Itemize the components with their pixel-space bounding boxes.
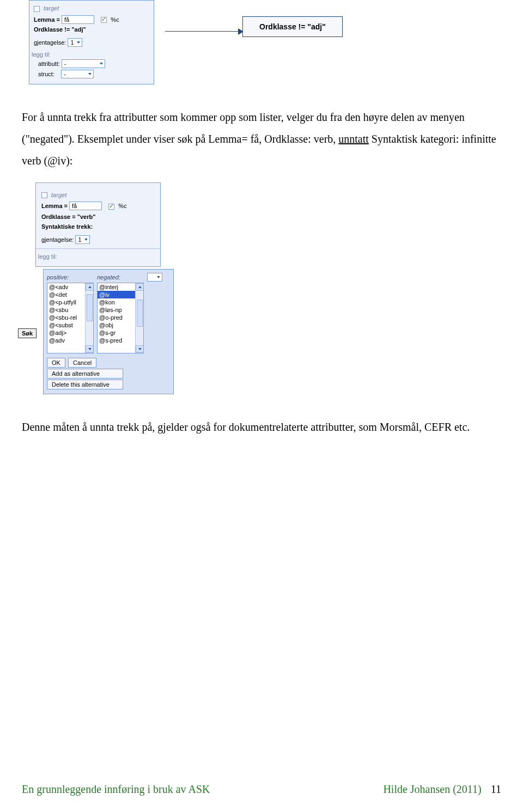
positive-listbox[interactable]: @<adv@<det@<p-utfyll@<sbu@<sbu-rel@<subs…	[47, 283, 94, 353]
scrollbar[interactable]	[85, 283, 93, 353]
target-checkbox-2[interactable]	[41, 192, 47, 198]
target-label-2: target	[51, 192, 66, 198]
add-alternative-button[interactable]: Add as alternative	[47, 369, 123, 378]
legg-til-label-2: legg til:	[38, 253, 155, 260]
struct-select[interactable]: -	[61, 70, 94, 78]
delete-alternative-button[interactable]: Delete this alternative	[47, 380, 123, 389]
scroll-thumb[interactable]	[87, 294, 93, 321]
callout-text: Ordklasse != "adj"	[259, 22, 326, 31]
struct-label: struct:	[38, 71, 54, 77]
extra-select[interactable]	[147, 273, 162, 282]
gjentagelse-select-2[interactable]: 1	[75, 235, 89, 244]
scrollbar[interactable]	[135, 283, 143, 353]
scroll-thumb[interactable]	[137, 300, 143, 327]
scroll-up-icon[interactable]	[86, 283, 94, 291]
lemma-input-2[interactable]: få	[69, 202, 102, 210]
lemma-label-2: Lemma =	[41, 203, 68, 209]
query-panel-1: target Lemma = få %c Ordklasse != "adj" …	[29, 0, 154, 84]
cancel-button[interactable]: Cancel	[68, 358, 96, 368]
scroll-down-icon[interactable]	[86, 345, 94, 353]
legg-til-label: legg til:	[32, 51, 149, 58]
scroll-up-icon[interactable]	[136, 283, 144, 291]
page-number: 11	[491, 783, 501, 795]
negated-listbox[interactable]: @interj@iv@kon@løs-np@o-pred@obj@s-gr@s-…	[97, 283, 144, 353]
paragraph-1: For å unnta trekk fra attributter som ko…	[22, 106, 501, 172]
callout-line	[165, 31, 242, 32]
attributt-label: attributt:	[38, 60, 60, 67]
pc-label: %c	[111, 16, 119, 23]
screenshot-1: target Lemma = få %c Ordklasse != "adj" …	[25, 0, 501, 84]
footer-title: En grunnleggende innføring i bruk av ASK	[22, 783, 210, 796]
positive-header: positive:	[47, 273, 94, 283]
gjentagelse-select[interactable]: 1	[68, 38, 82, 47]
lemma-label: Lemma =	[34, 16, 60, 23]
gjentagelse-label-2: gjentagelse:	[41, 236, 74, 243]
target-label: target	[44, 5, 59, 11]
negated-popup: positive: negated: @<adv@<det@<p-utfyll@…	[43, 269, 174, 394]
lemma-input[interactable]: få	[62, 15, 94, 24]
pc-checkbox-2[interactable]	[108, 204, 114, 210]
gjentagelse-label: gjentagelse:	[34, 39, 66, 46]
pc-label-2: %c	[118, 203, 126, 209]
ordklasse-line: Ordklasse != "adj"	[34, 26, 86, 33]
search-button[interactable]: Søk	[18, 328, 37, 338]
attributt-select[interactable]: -	[62, 59, 105, 68]
page-footer: En grunnleggende innføring i bruk av ASK…	[22, 783, 501, 796]
syntaktiske-label: Syntaktiske trekk:	[41, 223, 93, 230]
target-checkbox[interactable]	[34, 6, 40, 12]
screenshot-2: Søk target Lemma = få %c Ordklasse = "ve…	[30, 182, 501, 395]
callout-box: Ordklasse != "adj"	[242, 16, 343, 37]
ok-button[interactable]: OK	[47, 358, 65, 368]
ordklasse-line-2: Ordklasse = "verb"	[41, 213, 95, 220]
query-panel-2: target Lemma = få %c Ordklasse = "verb" …	[35, 182, 161, 267]
negated-header: negated:	[97, 273, 144, 283]
scroll-down-icon[interactable]	[136, 345, 144, 353]
paragraph-2: Denne måten å unnta trekk på, gjelder og…	[22, 416, 501, 438]
footer-author: Hilde Johansen (2011)	[383, 783, 481, 795]
pc-checkbox[interactable]	[101, 17, 107, 23]
